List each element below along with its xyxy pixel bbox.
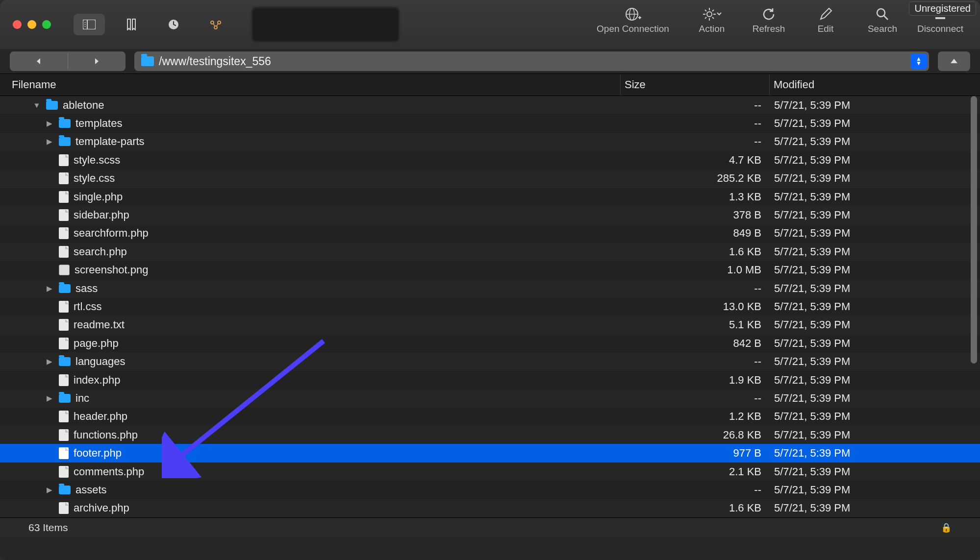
unregistered-badge: Unregistered bbox=[909, 1, 976, 16]
disclosure-triangle[interactable]: ▶ bbox=[45, 357, 54, 366]
bookmarks-button[interactable] bbox=[116, 14, 147, 35]
search-button[interactable]: Search bbox=[860, 7, 905, 34]
file-size: 2.1 KB bbox=[620, 465, 769, 478]
close-window-button[interactable] bbox=[13, 20, 22, 29]
file-row[interactable]: sidebar.php378 B5/7/21, 5:39 PM bbox=[0, 206, 980, 224]
disclosure-triangle[interactable]: ▶ bbox=[45, 486, 54, 494]
file-icon bbox=[59, 466, 69, 478]
lock-icon: 🔒 bbox=[941, 522, 952, 533]
file-row[interactable]: page.php842 B5/7/21, 5:39 PM bbox=[0, 334, 980, 352]
column-header-modified[interactable]: Modified bbox=[769, 74, 980, 96]
file-row[interactable]: functions.php26.8 KB5/7/21, 5:39 PM bbox=[0, 426, 980, 444]
nav-history-segment bbox=[10, 51, 126, 71]
file-name: screenshot.png bbox=[75, 264, 148, 276]
bookmark-icon bbox=[126, 19, 137, 30]
bonjour-button[interactable] bbox=[200, 14, 231, 35]
disclosure-triangle[interactable]: ▶ bbox=[45, 119, 54, 128]
nav-forward-button[interactable] bbox=[68, 57, 126, 65]
minimize-window-button[interactable] bbox=[27, 20, 36, 29]
file-row[interactable]: readme.txt5.1 KB5/7/21, 5:39 PM bbox=[0, 316, 980, 334]
triangle-up-icon bbox=[950, 57, 958, 66]
edit-button[interactable]: Edit bbox=[804, 7, 848, 34]
file-row[interactable]: ▶inc--5/7/21, 5:39 PM bbox=[0, 389, 980, 407]
file-size: 26.8 KB bbox=[620, 429, 769, 441]
file-row[interactable]: ▶languages--5/7/21, 5:39 PM bbox=[0, 352, 980, 370]
file-name: single.php bbox=[74, 191, 123, 203]
file-name: readme.txt bbox=[74, 318, 125, 331]
file-name: sass bbox=[75, 282, 98, 295]
file-row[interactable]: header.php1.2 KB5/7/21, 5:39 PM bbox=[0, 408, 980, 426]
file-row[interactable]: single.php1.3 KB5/7/21, 5:39 PM bbox=[0, 188, 980, 206]
file-modified: 5/7/21, 5:39 PM bbox=[769, 172, 980, 185]
globe-plus-icon bbox=[625, 7, 641, 22]
file-name: archive.php bbox=[74, 502, 129, 514]
go-up-button[interactable] bbox=[938, 51, 970, 71]
file-row[interactable]: screenshot.png1.0 MB5/7/21, 5:39 PM bbox=[0, 261, 980, 279]
file-row[interactable]: style.scss4.7 KB5/7/21, 5:39 PM bbox=[0, 151, 980, 169]
edit-label: Edit bbox=[818, 24, 834, 34]
file-row[interactable]: ▶sass--5/7/21, 5:39 PM bbox=[0, 279, 980, 297]
disclosure-triangle[interactable]: ▼ bbox=[32, 101, 41, 109]
scrollbar-thumb[interactable] bbox=[971, 96, 977, 364]
file-row[interactable]: ▼abletone--5/7/21, 5:39 PM bbox=[0, 96, 980, 114]
disclosure-triangle[interactable]: ▶ bbox=[45, 284, 54, 293]
file-row[interactable]: comments.php2.1 KB5/7/21, 5:39 PM bbox=[0, 463, 980, 481]
nav-back-button[interactable] bbox=[10, 57, 68, 65]
column-header-size[interactable]: Size bbox=[620, 74, 769, 96]
vertical-scrollbar[interactable] bbox=[969, 96, 979, 516]
file-row[interactable]: footer.php977 B5/7/21, 5:39 PM bbox=[0, 444, 980, 462]
file-row[interactable]: ▶assets--5/7/21, 5:39 PM bbox=[0, 481, 980, 499]
file-modified: 5/7/21, 5:39 PM bbox=[769, 447, 980, 460]
file-row[interactable]: ▶templates--5/7/21, 5:39 PM bbox=[0, 114, 980, 132]
file-row[interactable]: ▶template-parts--5/7/21, 5:39 PM bbox=[0, 133, 980, 151]
refresh-button[interactable]: Refresh bbox=[747, 7, 791, 34]
file-icon bbox=[59, 209, 69, 221]
file-row[interactable]: search.php1.6 KB5/7/21, 5:39 PM bbox=[0, 243, 980, 261]
sidebar-toggle-button[interactable] bbox=[74, 14, 105, 35]
file-icon bbox=[59, 338, 69, 349]
file-size: -- bbox=[620, 392, 769, 405]
file-size: 4.7 KB bbox=[620, 154, 769, 167]
file-icon bbox=[59, 172, 69, 184]
svg-point-3 bbox=[85, 24, 86, 25]
file-icon bbox=[59, 319, 69, 331]
disclosure-triangle[interactable]: ▶ bbox=[45, 137, 54, 146]
file-icon bbox=[59, 301, 69, 313]
file-modified: 5/7/21, 5:39 PM bbox=[769, 429, 980, 441]
open-connection-button[interactable]: Open Connection bbox=[589, 7, 677, 34]
file-name: inc bbox=[75, 392, 89, 405]
file-modified: 5/7/21, 5:39 PM bbox=[769, 264, 980, 276]
file-icon bbox=[59, 429, 69, 441]
file-row[interactable]: rtl.css13.0 KB5/7/21, 5:39 PM bbox=[0, 297, 980, 316]
disclosure-triangle[interactable]: ▶ bbox=[45, 394, 54, 403]
file-modified: 5/7/21, 5:39 PM bbox=[769, 355, 980, 368]
file-name: search.php bbox=[74, 245, 127, 258]
gear-icon bbox=[702, 7, 722, 22]
file-icon bbox=[59, 154, 69, 166]
path-field[interactable]: /www/testingsitex_556 ▲▼ bbox=[134, 51, 929, 71]
file-size: 1.6 KB bbox=[620, 245, 769, 258]
file-row[interactable]: archive.php1.6 KB5/7/21, 5:39 PM bbox=[0, 499, 980, 517]
app-window: Unregistered Open C bbox=[0, 0, 980, 560]
folder-icon bbox=[59, 357, 71, 366]
history-button[interactable] bbox=[158, 14, 189, 35]
file-row[interactable]: index.php1.9 KB5/7/21, 5:39 PM bbox=[0, 371, 980, 389]
path-stepper[interactable]: ▲▼ bbox=[910, 53, 927, 69]
file-modified: 5/7/21, 5:39 PM bbox=[769, 191, 980, 203]
file-row[interactable]: searchform.php849 B5/7/21, 5:39 PM bbox=[0, 224, 980, 243]
file-size: 1.3 KB bbox=[620, 191, 769, 203]
file-name: sidebar.php bbox=[74, 209, 129, 221]
action-menu-button[interactable]: Action bbox=[690, 7, 734, 34]
file-row[interactable]: style.css285.2 KB5/7/21, 5:39 PM bbox=[0, 170, 980, 188]
file-size: 378 B bbox=[620, 209, 769, 221]
file-name: footer.php bbox=[74, 447, 122, 460]
zoom-window-button[interactable] bbox=[42, 20, 51, 29]
file-name: page.php bbox=[74, 337, 119, 350]
file-size: -- bbox=[620, 355, 769, 368]
folder-icon bbox=[141, 56, 154, 66]
column-header-filename[interactable]: Filename bbox=[0, 78, 620, 91]
file-name: languages bbox=[75, 355, 126, 368]
file-icon bbox=[59, 374, 69, 386]
svg-point-4 bbox=[85, 26, 86, 27]
path-bar: /www/testingsitex_556 ▲▼ bbox=[0, 49, 980, 73]
